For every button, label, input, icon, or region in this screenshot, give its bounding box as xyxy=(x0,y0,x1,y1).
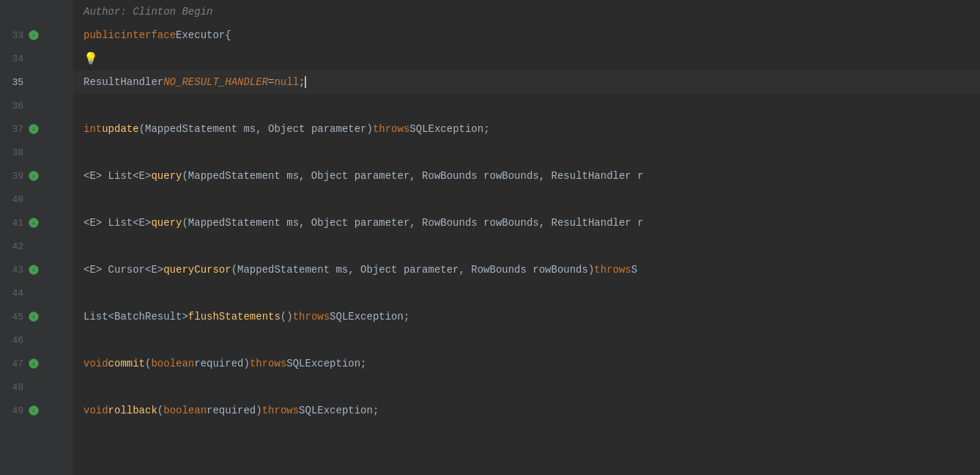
line-num-36: 36 xyxy=(0,100,26,111)
gutter-row-34: 34 xyxy=(0,47,73,70)
gutter-row-37: 37 xyxy=(0,117,73,141)
code-line-34: 💡 xyxy=(73,47,980,70)
code-line-37: int update (MappedStatement ms, Object p… xyxy=(73,117,980,141)
gutter-row-40: 40 xyxy=(0,188,73,211)
code-line-36 xyxy=(73,94,980,117)
code-line-49: void rollback ( boolean required) throws… xyxy=(73,399,980,422)
method-commit: commit xyxy=(108,358,145,369)
gutter-icon-39[interactable] xyxy=(26,169,41,183)
gutter-icon-44 xyxy=(26,286,41,301)
code-line-44 xyxy=(73,281,980,305)
keyword-void-49: void xyxy=(83,405,108,416)
indent-45: List<BatchResult> xyxy=(83,311,188,323)
keyword-public: public xyxy=(83,29,120,41)
code-line-38 xyxy=(73,141,980,164)
exception-sqlexception-47: SQLException; xyxy=(286,358,366,369)
method-flush-statements: flushStatements xyxy=(188,311,281,323)
gutter-icon-48 xyxy=(26,380,41,394)
gutter-row-49: 49 xyxy=(0,399,73,422)
code-line-48 xyxy=(73,375,980,399)
line-num-38: 38 xyxy=(0,147,26,158)
gutter-row-46: 46 xyxy=(0,328,73,352)
exception-sqlexception-45: SQLException; xyxy=(330,311,409,323)
line-num-47: 47 xyxy=(0,358,26,369)
code-line-35: ResultHandler NO_RESULT_HANDLER = null ; xyxy=(73,70,980,94)
throws-37: throws xyxy=(373,123,409,135)
class-name-executor: Executor xyxy=(176,29,225,41)
gutter-icon-35 xyxy=(26,75,41,89)
brace-open: { xyxy=(225,29,231,41)
code-content-area[interactable]: Author: Clinton Begin public interface E… xyxy=(73,0,980,475)
gutter-icon-41[interactable] xyxy=(26,216,41,230)
assign-op: = xyxy=(268,76,274,88)
semicolon-35: ; xyxy=(299,76,305,88)
line-num-37: 37 xyxy=(0,124,26,135)
paren-open-49: ( xyxy=(157,405,163,416)
gutter-row-45: 45 xyxy=(0,305,73,328)
method-update: update xyxy=(102,123,138,135)
line-num-40: 40 xyxy=(0,194,26,205)
method-query-41: query xyxy=(151,217,182,229)
line-num-44: 44 xyxy=(0,288,26,299)
exception-sqlexception-49: SQLException; xyxy=(299,405,379,416)
null-value: null xyxy=(274,76,299,88)
gutter-icon-43[interactable] xyxy=(26,262,41,277)
params-query-39: (MappedStatement ms, Object parameter, R… xyxy=(182,170,643,182)
code-editor: 33 34 35 36 37 38 xyxy=(0,0,980,475)
indent-39: <E> List<E> xyxy=(83,170,151,182)
keyword-boolean-49: boolean xyxy=(163,405,207,416)
indent-43: <E> Cursor<E> xyxy=(83,264,163,276)
gutter-row-38: 38 xyxy=(0,141,73,164)
code-line-39: <E> List<E> query (MappedStatement ms, O… xyxy=(73,164,980,188)
gutter-row-48: 48 xyxy=(0,375,73,399)
code-line-47: void commit ( boolean required) throws S… xyxy=(73,352,980,375)
gutter-icon-33[interactable] xyxy=(26,28,41,43)
params-query-41: (MappedStatement ms, Object parameter, R… xyxy=(182,217,643,229)
paren-open-47: ( xyxy=(145,358,151,369)
method-query-cursor: queryCursor xyxy=(163,264,231,276)
gutter-row-39: 39 xyxy=(0,164,73,188)
param-required-47: required) xyxy=(194,358,250,369)
gutter-icon-46 xyxy=(26,333,41,347)
header-line xyxy=(0,0,73,23)
params-update: (MappedStatement ms, Object parameter) xyxy=(139,123,373,135)
gutter-icon-37[interactable] xyxy=(26,122,41,136)
code-line-46 xyxy=(73,328,980,352)
params-cursor: (MappedStatement ms, Object parameter, R… xyxy=(231,264,595,276)
gutter-icon-34 xyxy=(26,51,41,66)
gutter-icon-42 xyxy=(26,239,41,254)
gutter-icon-header xyxy=(26,4,41,19)
exception-s-43: S xyxy=(631,264,637,276)
gutter-icon-49[interactable] xyxy=(26,403,41,418)
gutter-icon-45[interactable] xyxy=(26,309,41,324)
gutter-row-42: 42 xyxy=(0,235,73,258)
line-num-48: 48 xyxy=(0,382,26,393)
keyword-int: int xyxy=(83,123,102,135)
lightbulb-icon[interactable]: 💡 xyxy=(83,51,98,66)
line-num-42: 42 xyxy=(0,241,26,252)
line-num-49: 49 xyxy=(0,405,26,416)
gutter-row-36: 36 xyxy=(0,94,73,117)
line-num-43: 43 xyxy=(0,265,26,276)
gutter-row-33: 33 xyxy=(0,23,73,47)
keyword-interface: interface xyxy=(120,29,176,41)
code-line-43: <E> Cursor<E> queryCursor (MappedStateme… xyxy=(73,258,980,281)
gutter-row-41: 41 xyxy=(0,211,73,235)
throws-47: throws xyxy=(250,358,286,369)
keyword-void-47: void xyxy=(83,358,108,369)
throws-43: throws xyxy=(594,264,631,276)
line-num-46: 46 xyxy=(0,335,26,346)
gutter-row-35: 35 xyxy=(0,70,73,94)
exception-sqlexception-37: SQLException; xyxy=(409,123,489,135)
line-num-39: 39 xyxy=(0,171,26,182)
code-line-40 xyxy=(73,188,980,211)
gutter-row-43: 43 xyxy=(0,258,73,281)
keyword-boolean-47: boolean xyxy=(151,358,194,369)
line-num-45: 45 xyxy=(0,312,26,323)
throws-45: throws xyxy=(293,311,330,323)
code-line-42 xyxy=(73,235,980,258)
gutter-icon-47[interactable] xyxy=(26,356,41,371)
type-result-handler: ResultHandler xyxy=(83,76,163,88)
gutter-icon-38 xyxy=(26,145,41,160)
indent-41: <E> List<E> xyxy=(83,217,151,229)
